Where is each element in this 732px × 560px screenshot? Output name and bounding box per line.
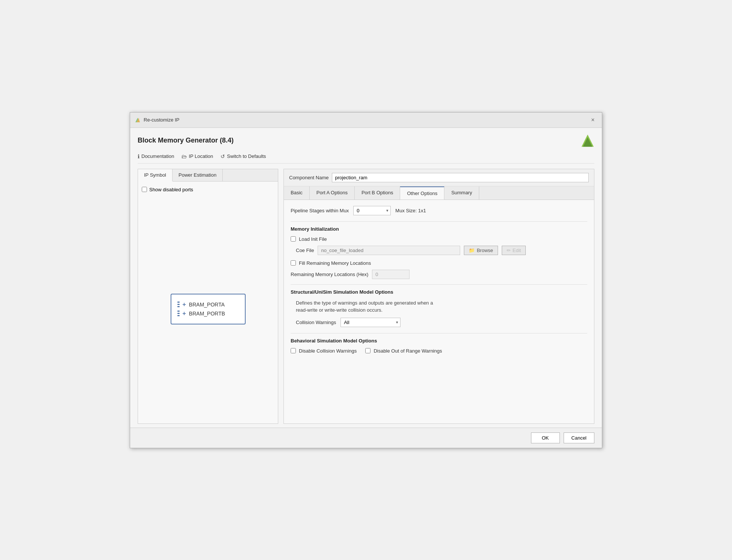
footer: OK Cancel bbox=[130, 428, 602, 448]
title-bar: Re-customize IP × bbox=[130, 113, 602, 128]
porta-plus-icon: + bbox=[183, 301, 186, 308]
cancel-button[interactable]: Cancel bbox=[564, 432, 594, 443]
component-name-row: Component Name bbox=[284, 169, 594, 186]
ok-button[interactable]: OK bbox=[531, 432, 560, 443]
load-init-file-label: Load Init File bbox=[299, 236, 327, 242]
main-layout: IP Symbol Power Estimation Show disabled… bbox=[138, 169, 594, 424]
content-area: Block Memory Generator (8.4) ℹ Documenta… bbox=[130, 128, 602, 428]
other-options-content: Pipeline Stages within Mux 0 1 2 Mux Siz… bbox=[284, 200, 594, 423]
pipeline-stages-select-wrapper: 0 1 2 bbox=[353, 206, 391, 215]
title-bar-left: Re-customize IP bbox=[135, 117, 179, 123]
memory-init-title: Memory Initialization bbox=[291, 226, 587, 232]
switch-to-defaults-button[interactable]: ↺ Switch to Defaults bbox=[220, 153, 266, 159]
main-window: Re-customize IP × Block Memory Generator… bbox=[130, 112, 602, 448]
behavioral-title: Behavioral Simulation Model Options bbox=[291, 338, 587, 344]
divider-3 bbox=[291, 333, 587, 333]
mux-size-label: Mux Size: 1x1 bbox=[395, 208, 426, 213]
load-init-file-checkbox[interactable] bbox=[291, 236, 296, 242]
pipeline-stages-label: Pipeline Stages within Mux bbox=[291, 208, 349, 213]
tab-summary[interactable]: Summary bbox=[444, 186, 479, 200]
component-name-label: Component Name bbox=[289, 175, 329, 180]
bram-porta-label: BRAM_PORTA bbox=[189, 302, 225, 308]
tab-port-a-options[interactable]: Port A Options bbox=[310, 186, 355, 200]
disable-out-of-range-label: Disable Out of Range Warnings bbox=[374, 348, 442, 354]
collision-warnings-select-wrapper: All Warning_Only Generate_X_Only None bbox=[340, 318, 400, 327]
portb-plus-icon: + bbox=[183, 310, 186, 317]
show-disabled-ports-label: Show disabled ports bbox=[149, 187, 193, 192]
documentation-button[interactable]: ℹ Documentation bbox=[138, 153, 174, 159]
coe-file-label: Coe File bbox=[296, 248, 314, 253]
pipeline-stages-row: Pipeline Stages within Mux 0 1 2 Mux Siz… bbox=[291, 206, 587, 215]
refresh-icon: ↺ bbox=[220, 153, 225, 159]
disable-collision-label: Disable Collision Warnings bbox=[299, 348, 357, 354]
toolbar: ℹ Documentation 🗁 IP Location ↺ Switch t… bbox=[138, 153, 594, 164]
disable-out-of-range-checkbox[interactable] bbox=[365, 348, 370, 353]
vendor-logo bbox=[581, 134, 594, 147]
pipeline-stages-select[interactable]: 0 1 2 bbox=[353, 206, 391, 215]
tab-ip-symbol[interactable]: IP Symbol bbox=[138, 169, 172, 182]
edit-icon: ✏ bbox=[507, 248, 511, 253]
collision-warnings-select[interactable]: All Warning_Only Generate_X_Only None bbox=[340, 318, 400, 327]
structural-title: Structural/UniSim Simulation Model Optio… bbox=[291, 289, 587, 295]
app-icon bbox=[135, 117, 141, 123]
left-panel-body: Show disabled ports + BRAM_ bbox=[138, 182, 278, 423]
left-panel: IP Symbol Power Estimation Show disabled… bbox=[138, 169, 278, 424]
tab-port-b-options[interactable]: Port B Options bbox=[355, 186, 400, 200]
fill-remaining-label: Fill Remaining Memory Locations bbox=[299, 260, 371, 266]
structural-description: Defines the type of warnings and outputs… bbox=[291, 299, 587, 314]
show-disabled-ports-checkbox[interactable] bbox=[142, 187, 147, 192]
browse-icon: 📁 bbox=[469, 248, 475, 253]
component-name-input[interactable] bbox=[332, 173, 589, 182]
show-disabled-ports-row: Show disabled ports bbox=[142, 187, 274, 192]
right-tabs-bar: Basic Port A Options Port B Options Othe… bbox=[284, 186, 594, 200]
fill-remaining-checkbox[interactable] bbox=[291, 260, 296, 266]
portb-lines bbox=[177, 311, 180, 316]
tab-power-estimation[interactable]: Power Estimation bbox=[172, 169, 223, 181]
divider-1 bbox=[291, 221, 587, 222]
ip-location-label: IP Location bbox=[189, 153, 213, 159]
location-icon: 🗁 bbox=[182, 153, 187, 159]
ip-location-button[interactable]: 🗁 IP Location bbox=[182, 153, 213, 159]
bram-portb-row: + BRAM_PORTB bbox=[177, 310, 239, 317]
tab-basic[interactable]: Basic bbox=[284, 186, 310, 200]
diagram-area: + BRAM_PORTA + BRAM_PORTB bbox=[142, 200, 274, 418]
remaining-hex-row: Remaining Memory Locations (Hex) bbox=[291, 270, 587, 279]
switch-to-defaults-label: Switch to Defaults bbox=[227, 153, 266, 159]
bram-portb-label: BRAM_PORTB bbox=[189, 311, 225, 317]
close-button[interactable]: × bbox=[588, 116, 597, 125]
remaining-hex-input[interactable] bbox=[372, 270, 410, 279]
bram-porta-row: + BRAM_PORTA bbox=[177, 301, 239, 308]
collision-warnings-row: Collision Warnings All Warning_Only Gene… bbox=[296, 318, 587, 327]
documentation-label: Documentation bbox=[141, 153, 174, 159]
block-title: Block Memory Generator (8.4) bbox=[138, 137, 234, 144]
porta-lines bbox=[177, 302, 180, 307]
coe-file-input[interactable] bbox=[318, 246, 460, 255]
disable-collision-checkbox[interactable] bbox=[291, 348, 296, 353]
block-title-row: Block Memory Generator (8.4) bbox=[138, 134, 594, 147]
left-panel-tabs: IP Symbol Power Estimation bbox=[138, 169, 278, 182]
coe-file-row: Coe File 📁 Browse ✏ Edit bbox=[296, 246, 587, 255]
load-init-file-row: Load Init File bbox=[291, 236, 587, 242]
edit-button[interactable]: ✏ Edit bbox=[502, 246, 526, 255]
right-panel: Component Name Basic Port A Options Port… bbox=[284, 169, 594, 424]
divider-2 bbox=[291, 284, 587, 285]
window-title: Re-customize IP bbox=[144, 117, 179, 123]
remaining-hex-label: Remaining Memory Locations (Hex) bbox=[291, 272, 368, 277]
fill-remaining-row: Fill Remaining Memory Locations bbox=[291, 260, 587, 266]
collision-warnings-label: Collision Warnings bbox=[296, 320, 336, 325]
behavioral-checkboxes-row: Disable Collision Warnings Disable Out o… bbox=[291, 348, 587, 354]
browse-button[interactable]: 📁 Browse bbox=[464, 246, 498, 255]
tab-other-options[interactable]: Other Options bbox=[400, 186, 444, 200]
info-icon: ℹ bbox=[138, 153, 140, 159]
bram-symbol: + BRAM_PORTA + BRAM_PORTB bbox=[171, 294, 246, 324]
